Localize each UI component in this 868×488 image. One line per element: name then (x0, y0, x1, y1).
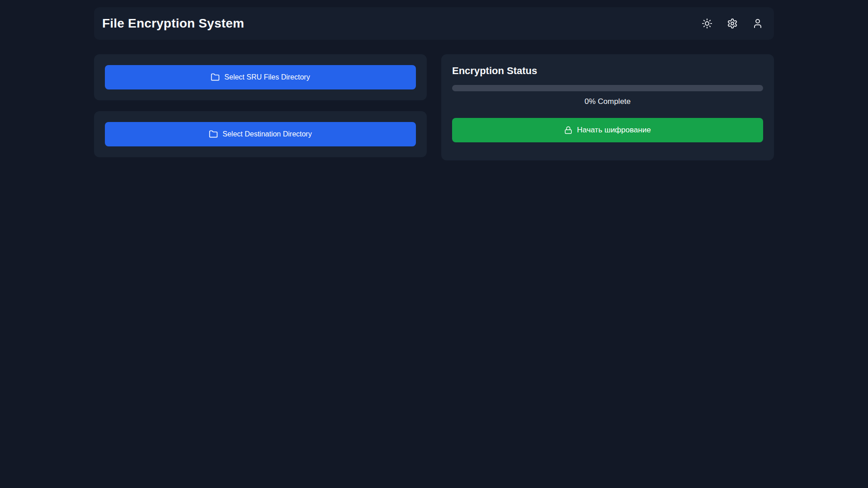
start-encryption-label: Начать шифрование (577, 126, 651, 135)
main-content: Select SRU Files Directory Select Destin… (94, 54, 774, 160)
sun-icon (702, 18, 712, 29)
page-title: File Encryption System (102, 16, 244, 31)
folder-icon (209, 130, 218, 139)
gear-icon (727, 18, 738, 29)
encryption-status-title: Encryption Status (452, 65, 763, 77)
select-sru-directory-label: Select SRU Files Directory (224, 73, 310, 81)
settings-button[interactable] (727, 18, 738, 29)
select-sru-directory-button[interactable]: Select SRU Files Directory (105, 65, 416, 89)
header-actions (702, 18, 763, 29)
user-icon (752, 18, 763, 29)
theme-toggle-button[interactable] (702, 18, 712, 29)
user-button[interactable] (752, 18, 763, 29)
lock-icon (564, 126, 572, 134)
sru-directory-card: Select SRU Files Directory (94, 54, 427, 100)
progress-bar (452, 85, 763, 91)
select-destination-directory-button[interactable]: Select Destination Directory (105, 122, 416, 146)
folder-icon (211, 73, 220, 82)
progress-label: 0% Complete (452, 97, 763, 106)
select-destination-directory-label: Select Destination Directory (222, 130, 311, 138)
start-encryption-button[interactable]: Начать шифрование (452, 118, 763, 142)
app-root: File Encryption System (94, 0, 774, 160)
destination-directory-card: Select Destination Directory (94, 111, 427, 157)
encryption-status-card: Encryption Status 0% Complete Начать шиф… (441, 54, 774, 160)
app-header: File Encryption System (94, 7, 774, 40)
directory-selection-column: Select SRU Files Directory Select Destin… (94, 54, 427, 157)
